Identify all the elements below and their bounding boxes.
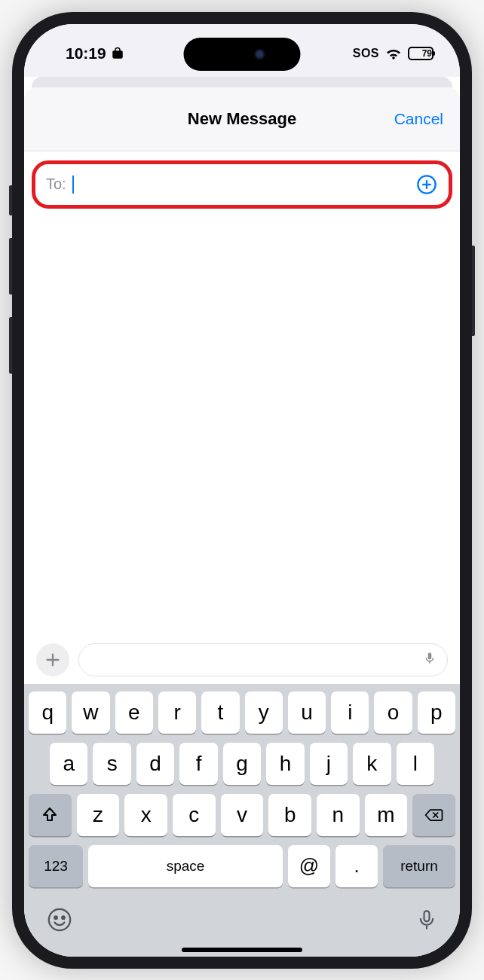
wifi-icon bbox=[385, 47, 402, 60]
key-e[interactable]: e bbox=[115, 691, 153, 734]
key-z[interactable]: z bbox=[77, 794, 120, 836]
key-r[interactable]: r bbox=[158, 691, 196, 734]
svg-rect-10 bbox=[424, 911, 430, 921]
cancel-button[interactable]: Cancel bbox=[394, 110, 443, 128]
to-field-highlight: To: bbox=[32, 160, 452, 209]
key-q[interactable]: q bbox=[29, 691, 66, 734]
space-key[interactable]: space bbox=[88, 845, 283, 887]
to-label: To: bbox=[46, 176, 66, 193]
key-g[interactable]: g bbox=[223, 743, 261, 785]
screen: 10:19 SOS 79 New Message Cancel bbox=[24, 24, 460, 957]
keyboard-row-1: q w e r t y u i o p bbox=[29, 691, 455, 734]
key-m[interactable]: m bbox=[365, 794, 408, 836]
home-indicator[interactable] bbox=[182, 948, 302, 952]
svg-point-9 bbox=[62, 916, 64, 918]
key-v[interactable]: v bbox=[221, 794, 264, 836]
key-y[interactable]: y bbox=[245, 691, 283, 734]
status-sos: SOS bbox=[353, 47, 379, 60]
numbers-key[interactable]: 123 bbox=[29, 845, 83, 887]
dynamic-island bbox=[184, 38, 301, 71]
key-i[interactable]: i bbox=[331, 691, 369, 734]
keyboard-row-3: z x c v b n m bbox=[29, 794, 455, 836]
key-u[interactable]: u bbox=[288, 691, 326, 734]
key-o[interactable]: o bbox=[374, 691, 412, 734]
mic-icon[interactable] bbox=[423, 650, 437, 670]
attach-button[interactable] bbox=[36, 643, 69, 676]
keyboard-row-4: 123 space @ . return bbox=[29, 845, 455, 887]
to-input[interactable] bbox=[78, 176, 411, 193]
key-f[interactable]: f bbox=[179, 743, 217, 785]
dictate-button[interactable] bbox=[416, 907, 437, 936]
key-l[interactable]: l bbox=[397, 743, 434, 785]
message-input[interactable] bbox=[78, 643, 448, 676]
front-camera bbox=[254, 48, 266, 60]
key-b[interactable]: b bbox=[268, 794, 311, 836]
keyboard-row-2: a s d f g h j k l bbox=[29, 743, 455, 785]
key-d[interactable]: d bbox=[136, 743, 174, 785]
shift-key[interactable] bbox=[29, 794, 72, 836]
add-contact-button[interactable] bbox=[415, 173, 438, 196]
key-n[interactable]: n bbox=[317, 794, 360, 836]
phone-side-buttons-left bbox=[9, 185, 12, 389]
key-c[interactable]: c bbox=[173, 794, 216, 836]
backspace-key[interactable] bbox=[412, 794, 455, 836]
key-h[interactable]: h bbox=[266, 743, 304, 785]
new-message-sheet: New Message Cancel To: bbox=[24, 87, 460, 957]
svg-point-7 bbox=[49, 908, 70, 930]
keyboard-bottom-row bbox=[29, 893, 455, 942]
key-j[interactable]: j bbox=[310, 743, 348, 785]
keyboard: q w e r t y u i o p a s d f g h bbox=[24, 684, 460, 957]
phone-frame: 10:19 SOS 79 New Message Cancel bbox=[12, 12, 472, 969]
battery-level: 79 bbox=[422, 48, 432, 59]
text-cursor bbox=[72, 176, 74, 194]
page-title: New Message bbox=[188, 109, 296, 129]
compose-row bbox=[24, 636, 460, 684]
at-key[interactable]: @ bbox=[288, 845, 330, 887]
key-w[interactable]: w bbox=[72, 691, 109, 734]
phone-side-button-right bbox=[472, 246, 475, 336]
key-k[interactable]: k bbox=[353, 743, 391, 785]
key-t[interactable]: t bbox=[201, 691, 239, 734]
battery-icon: 79 bbox=[408, 47, 433, 60]
key-s[interactable]: s bbox=[93, 743, 130, 785]
message-content-area bbox=[24, 209, 460, 636]
return-key[interactable]: return bbox=[383, 845, 455, 887]
bag-icon bbox=[111, 47, 124, 60]
status-time: 10:19 bbox=[66, 44, 106, 63]
emoji-button[interactable] bbox=[47, 907, 72, 936]
dot-key[interactable]: . bbox=[335, 845, 378, 887]
key-a[interactable]: a bbox=[50, 743, 87, 785]
svg-point-8 bbox=[54, 916, 57, 918]
sheet-header: New Message Cancel bbox=[24, 87, 460, 151]
key-x[interactable]: x bbox=[124, 794, 167, 836]
key-p[interactable]: p bbox=[418, 691, 455, 734]
